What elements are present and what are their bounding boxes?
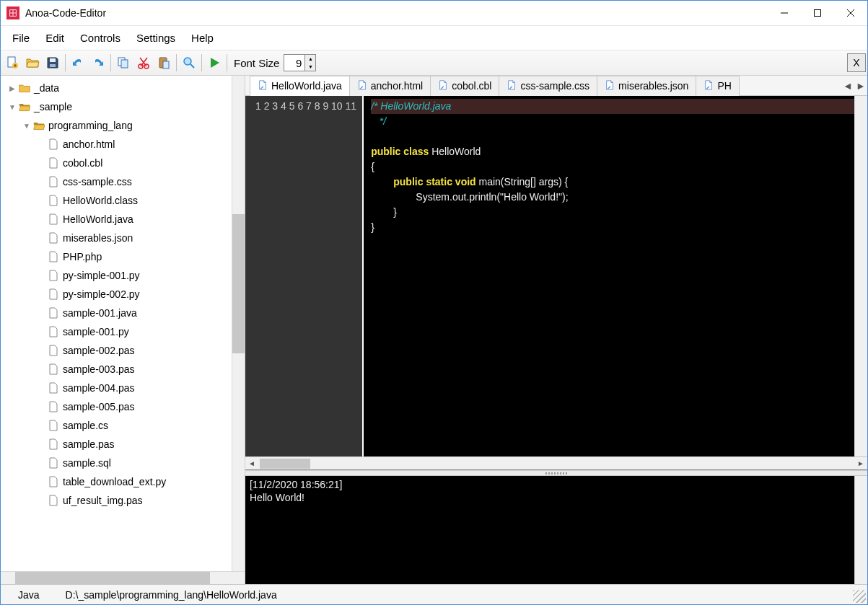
tree-item[interactable]: uf_result_img.pas	[1, 491, 232, 510]
tree-item[interactable]: miserables.json	[1, 229, 232, 247]
scroll-right-button[interactable]: ►	[854, 459, 867, 467]
menu-edit[interactable]: Edit	[38, 29, 71, 47]
file-icon	[47, 270, 60, 281]
tree-item[interactable]: sample-004.pas	[1, 379, 232, 397]
file-icon	[47, 401, 60, 412]
tree-label: sample-002.pas	[63, 345, 135, 356]
titlebar: Anoa-Code-Editor	[1, 1, 867, 25]
toolbar-separator	[110, 54, 111, 71]
menu-file[interactable]: File	[5, 29, 37, 47]
tree-label: sample-004.pas	[63, 382, 135, 394]
tree-item[interactable]: HelloWorld.java	[1, 210, 232, 229]
file-icon	[47, 157, 60, 169]
copy-button[interactable]	[113, 53, 133, 73]
tree-item[interactable]: py-simple-001.py	[1, 266, 232, 285]
tree-item[interactable]: ▶_data	[1, 79, 232, 97]
scroll-left-button[interactable]: ◄	[245, 459, 258, 467]
folder-open-icon	[18, 102, 31, 112]
tree-label: HelloWorld.java	[63, 213, 133, 225]
scrollbar-thumb[interactable]	[232, 214, 245, 353]
redo-button[interactable]	[88, 53, 108, 73]
horizontal-splitter[interactable]	[245, 470, 867, 476]
tree-item[interactable]: table_download_ext.py	[1, 472, 232, 491]
open-file-button[interactable]	[22, 53, 43, 73]
tree-item[interactable]: HelloWorld.class	[1, 191, 232, 210]
tree-item[interactable]: anchor.html	[1, 135, 232, 154]
resize-grip[interactable]	[853, 590, 866, 603]
editor-tab[interactable]: HelloWorld.java	[250, 76, 350, 96]
minimize-button[interactable]	[768, 1, 801, 25]
tree-label: py-simple-001.py	[63, 270, 140, 281]
chevron-down-icon[interactable]: ▼	[6, 103, 18, 111]
editor-tab[interactable]: anchor.html	[349, 76, 431, 96]
editor-horizontal-scrollbar[interactable]: ◄ ►	[245, 456, 867, 469]
tree-item[interactable]: sample.sql	[1, 454, 232, 472]
new-file-button[interactable]	[2, 53, 22, 73]
tab-scroll-left[interactable]: ◄	[841, 76, 854, 96]
scrollbar-thumb[interactable]	[260, 459, 310, 469]
font-size-spinner[interactable]: ▲ ▼	[284, 54, 316, 71]
console-vertical-scrollbar[interactable]	[854, 476, 867, 584]
code-area[interactable]: /* HelloWorld.java */ public class Hello…	[364, 96, 854, 456]
menu-settings[interactable]: Settings	[129, 29, 183, 47]
editor-tab[interactable]: css-sample.css	[499, 76, 597, 96]
tree-vertical-scrollbar[interactable]	[232, 76, 245, 571]
font-size-input[interactable]	[284, 55, 304, 71]
editor-tab[interactable]: cobol.cbl	[430, 76, 499, 96]
tree-item[interactable]: sample-005.pas	[1, 397, 232, 416]
file-icon	[47, 232, 60, 244]
svg-line-17	[190, 64, 194, 68]
tree-label: sample.pas	[63, 438, 115, 450]
tree-item[interactable]: ▼_sample	[1, 97, 232, 116]
font-size-down[interactable]: ▼	[305, 63, 315, 71]
file-explorer: ▶_data▼_sample▼programming_langanchor.ht…	[1, 76, 245, 584]
document-icon	[703, 80, 714, 92]
maximize-button[interactable]	[801, 1, 834, 25]
tab-scroll-right[interactable]: ►	[854, 76, 867, 96]
tab-label: anchor.html	[371, 80, 423, 92]
menu-help[interactable]: Help	[184, 29, 221, 47]
status-language: Java	[18, 589, 40, 601]
output-console[interactable]: [11/2/2020 18:56:21] Hello World!	[245, 476, 854, 584]
tree-item[interactable]: ▼programming_lang	[1, 116, 232, 135]
code-editor[interactable]: 1 2 3 4 5 6 7 8 9 10 11 /* HelloWorld.ja…	[245, 96, 867, 456]
tree-item[interactable]: cobol.cbl	[1, 154, 232, 172]
cut-button[interactable]	[133, 53, 154, 73]
run-button[interactable]	[204, 53, 224, 73]
file-icon	[47, 288, 60, 300]
tree-item[interactable]: sample.cs	[1, 416, 232, 435]
tree-item[interactable]: sample-001.java	[1, 304, 232, 322]
editor-vertical-scrollbar[interactable]	[854, 96, 867, 456]
save-button[interactable]	[43, 53, 63, 73]
tree-item[interactable]: sample-001.py	[1, 322, 232, 341]
tab-label: css-sample.css	[520, 80, 589, 92]
tree-horizontal-scrollbar[interactable]	[1, 571, 245, 584]
close-button[interactable]	[834, 1, 867, 25]
status-filepath: D:\_sample\programming_lang\HelloWorld.j…	[66, 589, 277, 601]
menu-controls[interactable]: Controls	[73, 29, 128, 47]
toolbar-separator	[65, 54, 66, 71]
undo-button[interactable]	[68, 53, 88, 73]
tree-item[interactable]: sample.pas	[1, 435, 232, 454]
chevron-down-icon[interactable]: ▼	[21, 122, 32, 130]
scrollbar-thumb[interactable]	[15, 572, 210, 584]
svg-rect-10	[121, 60, 128, 68]
editor-tab[interactable]: miserables.json	[597, 76, 696, 96]
tree-item[interactable]: css-sample.css	[1, 172, 232, 191]
file-icon	[47, 326, 60, 337]
tree-label: HelloWorld.class	[63, 195, 138, 206]
font-size-label: Font Size	[229, 57, 284, 69]
statusbar: Java D:\_sample\programming_lang\HelloWo…	[1, 584, 867, 604]
chevron-right-icon[interactable]: ▶	[6, 84, 18, 92]
tree-item[interactable]: PHP.php	[1, 247, 232, 266]
tree-item[interactable]: sample-002.pas	[1, 341, 232, 360]
file-tree[interactable]: ▶_data▼_sample▼programming_langanchor.ht…	[1, 76, 232, 571]
close-panel-button[interactable]: X	[847, 53, 866, 72]
editor-tab[interactable]: PH	[696, 76, 739, 96]
search-button[interactable]	[179, 53, 199, 73]
tree-item[interactable]: sample-003.pas	[1, 360, 232, 379]
paste-button[interactable]	[154, 53, 174, 73]
font-size-up[interactable]: ▲	[305, 55, 315, 63]
tree-item[interactable]: py-simple-002.py	[1, 285, 232, 304]
svg-point-16	[184, 58, 191, 65]
